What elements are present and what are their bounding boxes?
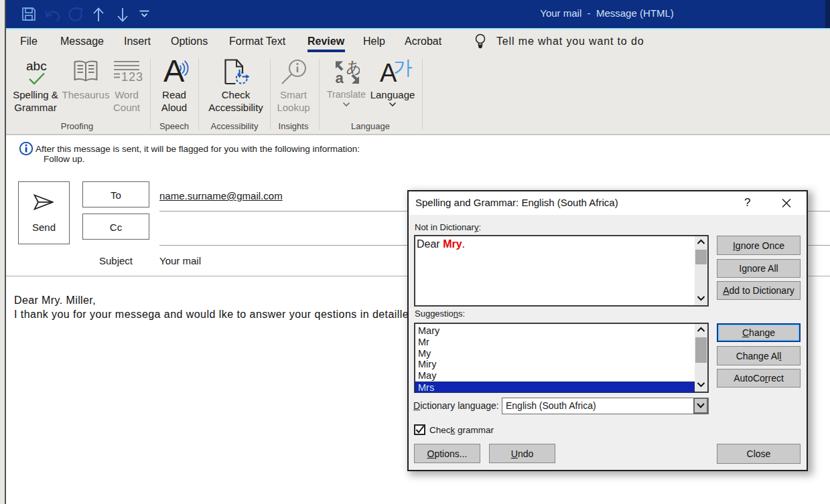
svg-text:あ: あ: [346, 59, 360, 76]
svg-text:a: a: [336, 70, 344, 84]
